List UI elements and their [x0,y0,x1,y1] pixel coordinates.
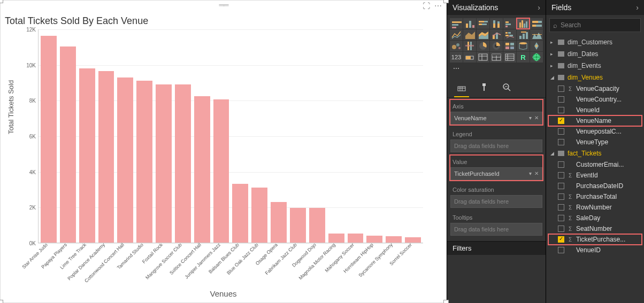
checkbox[interactable] [558,215,564,221]
resize-handle-br[interactable] [443,300,449,303]
checkbox[interactable] [558,161,564,168]
checkbox[interactable] [558,226,564,232]
bar[interactable]: Juniper Jammers Jazz [213,99,229,243]
checkbox[interactable] [558,204,564,211]
table-dim_Customers[interactable]: ▸dim_Customers [548,36,642,48]
checkbox[interactable] [558,172,564,178]
field-TicketPurchase[interactable]: ΣTicketPurchase... [548,234,642,245]
bar[interactable]: Sycamore Symphony [386,236,402,243]
bar[interactable]: Osage Opera [271,202,287,243]
viz-type-26[interactable]: R [517,52,530,63]
viz-type-19[interactable] [517,41,530,51]
field-VenueID[interactable]: VenueID [548,245,642,255]
viz-type-13[interactable] [530,29,543,40]
more-options-icon[interactable]: ⋯ [434,2,442,10]
bar[interactable]: Dogwood Dojo [309,208,325,243]
tooltips-well[interactable]: Tooltips Drag data fields here [450,211,542,236]
field-SeatNumber[interactable]: ΣSeatNumber [548,223,642,234]
viz-type-2[interactable] [477,18,489,29]
bar[interactable]: Magnolia Motor Racing [328,234,344,243]
viz-type-1[interactable] [463,18,476,29]
viz-type-4[interactable] [503,18,516,29]
field-PurchaseDateID[interactable]: PurchaseDateID [548,181,642,191]
viz-type-17[interactable] [490,41,503,51]
chevron-right-icon[interactable]: › [538,0,540,15]
table-dim_Venues[interactable]: ◢dim_Venues [548,72,642,83]
checkbox[interactable] [558,96,564,103]
field-VenueType[interactable]: VenueType [548,137,642,147]
checkbox[interactable] [558,183,564,189]
checkbox[interactable] [558,118,564,124]
bar[interactable]: Tamarind Studio [136,81,152,243]
bar[interactable]: Cottonwood Concert Hall [117,77,133,243]
viz-type-7[interactable] [450,29,463,40]
checkbox[interactable] [558,86,564,92]
resize-handle-tr[interactable] [443,0,449,3]
viz-type-6[interactable] [530,18,543,29]
field-VenueCountry[interactable]: VenueCountry... [548,94,642,105]
viz-type-11[interactable] [503,29,516,40]
chevron-right-icon[interactable]: › [636,0,639,15]
checkbox[interactable] [558,107,564,113]
field-CustomerEmai[interactable]: CustomerEmai... [548,159,642,170]
field-VenuepostalC[interactable]: VenuepostalC... [548,126,642,137]
field-RowNumber[interactable]: ΣRowNumber [548,202,642,213]
viz-more-icon[interactable]: ⋯ [450,63,463,74]
viz-type-16[interactable] [477,41,489,51]
report-canvas[interactable]: ══ ⛶ ⋯ Total Tickets Sold By Each Venue … [0,0,447,303]
viz-type-3[interactable] [490,18,503,29]
bar[interactable]: Hornbeam HipHop [366,236,382,243]
legend-well-placeholder[interactable]: Drag data fields here [450,139,542,152]
bar[interactable]: Mahogany Soccer [348,234,364,243]
color-saturation-well[interactable]: Color saturation Drag data fields here [450,183,542,208]
viz-type-12[interactable] [517,29,530,40]
field-SaleDay[interactable]: ΣSaleDay [548,213,642,223]
checkbox[interactable] [558,139,564,145]
viz-type-9[interactable] [477,29,489,40]
remove-icon[interactable]: ✕ [534,168,539,180]
bar[interactable]: Blue Oak Jazz Club [251,188,267,243]
bar[interactable]: Balsam Blues Club [232,184,248,243]
field-PurchaseTotal[interactable]: ΣPurchaseTotal [548,191,642,202]
bar[interactable]: Star Anise Judo [41,36,57,243]
axis-well[interactable]: Axis VenueName ▾✕ [450,100,542,125]
checkbox[interactable] [558,193,564,200]
field-VenueId[interactable]: VenueId [548,105,642,115]
chart-plot-area[interactable]: Star Anise JudoPapaya PlayersLime Tree T… [38,29,423,243]
analytics-tab[interactable] [501,81,512,93]
fields-search[interactable]: ⌕ Search [549,18,641,32]
viz-type-18[interactable] [503,41,516,51]
fields-header[interactable]: Fields › [546,0,644,15]
viz-type-23[interactable] [477,52,489,63]
viz-type-10[interactable] [490,29,503,40]
table-dim_Events[interactable]: ▸dim_Events [548,60,642,72]
table-fact_Tickets[interactable]: ◢fact_Tickets [548,147,642,159]
resize-handle-tl[interactable] [0,0,3,3]
bar[interactable]: Mangrove Soccer Club [175,84,191,243]
value-well[interactable]: Value TicketPurchaseId ▾✕ [450,156,542,180]
bar[interactable]: Soltice Concert Hall [194,96,210,243]
remove-icon[interactable]: ✕ [534,112,539,124]
viz-type-22[interactable] [463,52,476,63]
bar[interactable]: Sorrel Soccer [405,237,421,243]
viz-type-27[interactable] [530,52,543,63]
checkbox[interactable] [558,128,564,135]
format-tab[interactable] [478,81,490,93]
legend-well[interactable]: Legend Drag data fields here [450,128,542,152]
chevron-down-icon[interactable]: ▾ [529,112,532,124]
axis-well-value[interactable]: VenueName [454,112,487,124]
bar[interactable]: Lime Tree Track [79,68,95,243]
bar[interactable]: Fabrikam Jazz Club [290,208,306,243]
filters-header[interactable]: Filters [447,241,546,255]
field-VenueName[interactable]: VenueName [548,115,642,126]
checkbox[interactable] [558,247,564,253]
tooltips-well-placeholder[interactable]: Drag data fields here [450,223,542,236]
field-VenueCapacity[interactable]: ΣVenueCapacity [548,83,642,94]
color-well-placeholder[interactable]: Drag data fields here [450,195,542,208]
bar[interactable]: Foxtail Rock [156,84,172,243]
bar[interactable]: Papaya Players [60,46,76,243]
table-dim_Dates[interactable]: ▸dim_Dates [548,48,642,60]
bar[interactable]: Poplar Dance Academy [98,71,114,243]
viz-type-20[interactable] [530,41,543,51]
focus-mode-icon[interactable]: ⛶ [423,2,430,10]
